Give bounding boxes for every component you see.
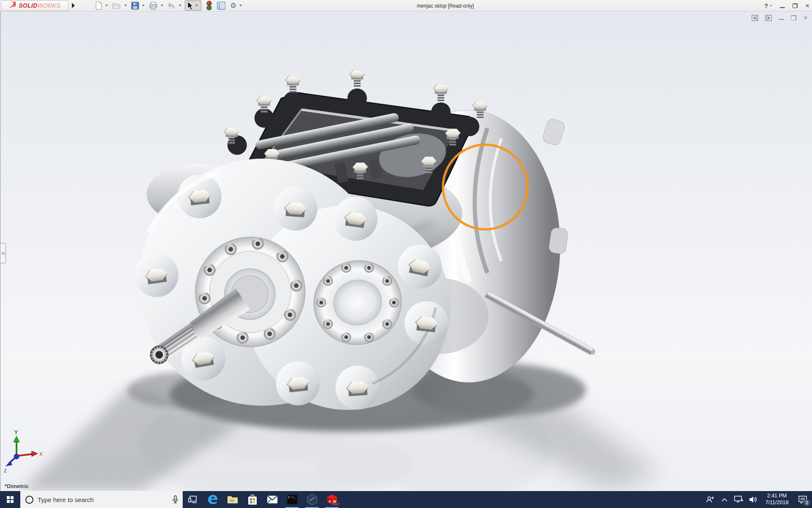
help-caret-icon bbox=[770, 5, 772, 6]
help-button[interactable]: ? bbox=[764, 2, 772, 9]
close-button[interactable]: × bbox=[805, 2, 809, 9]
start-button[interactable] bbox=[0, 491, 20, 508]
command-prompt-button[interactable]: C:\_ bbox=[282, 491, 302, 508]
doc-restore-button[interactable] bbox=[791, 15, 796, 20]
doc-close-button[interactable]: × bbox=[803, 14, 808, 22]
new-document-button[interactable] bbox=[94, 0, 103, 11]
task-view-icon bbox=[188, 495, 198, 504]
mail-icon bbox=[267, 495, 278, 504]
search-input[interactable] bbox=[38, 496, 168, 503]
rebuild-stoplight-button[interactable] bbox=[206, 0, 213, 11]
edge-icon bbox=[207, 494, 218, 505]
doc-minimize-button[interactable] bbox=[779, 19, 784, 20]
restore-button[interactable] bbox=[793, 3, 798, 8]
ds-logo-icon bbox=[9, 1, 17, 10]
window-controls: ? × bbox=[764, 0, 809, 11]
svg-text:X: X bbox=[39, 451, 43, 457]
open-button[interactable] bbox=[111, 0, 122, 11]
minimize-button[interactable] bbox=[780, 7, 785, 8]
pane-tab-dot-icon bbox=[2, 252, 5, 255]
edge-button[interactable] bbox=[203, 491, 222, 508]
open-caret-icon[interactable] bbox=[124, 5, 127, 6]
sw-year-label: 2017 bbox=[332, 502, 340, 506]
cad-hexagon-icon bbox=[307, 494, 318, 505]
chevron-up-icon bbox=[721, 498, 727, 502]
print-button[interactable] bbox=[148, 0, 159, 11]
store-icon bbox=[247, 494, 258, 505]
model-canvas[interactable]: Y X Z bbox=[0, 11, 812, 491]
options-caret-icon[interactable] bbox=[239, 5, 242, 6]
task-view-button[interactable] bbox=[183, 491, 203, 508]
brand-solid-text: SOLID bbox=[19, 2, 37, 9]
windows-taskbar: C:\_ S W 2017 bbox=[0, 491, 812, 508]
window-title: menjac sklop [Read-only] bbox=[417, 0, 474, 11]
command-prompt-icon: C:\_ bbox=[287, 495, 297, 504]
select-tool-button[interactable] bbox=[185, 0, 201, 11]
tray-date: 7/11/2018 bbox=[760, 500, 793, 506]
hidden-icons-button[interactable] bbox=[717, 491, 732, 508]
clock[interactable]: 2:41 PM 7/11/2018 bbox=[760, 493, 793, 506]
new-caret-icon[interactable] bbox=[105, 5, 108, 6]
file-explorer-icon bbox=[227, 495, 238, 504]
gear-icon: ⚙ bbox=[230, 2, 236, 9]
print-caret-icon[interactable] bbox=[161, 5, 163, 6]
feature-pane-tab[interactable] bbox=[0, 243, 6, 263]
save-button[interactable] bbox=[130, 0, 140, 11]
title-bar: SOLIDWORKS ⚙ menj bbox=[0, 0, 812, 11]
people-icon bbox=[706, 495, 714, 504]
microphone-icon[interactable] bbox=[172, 495, 178, 504]
undo-caret-icon[interactable] bbox=[179, 5, 181, 6]
cad-hexagon-button[interactable] bbox=[302, 491, 322, 508]
mail-button[interactable] bbox=[262, 491, 282, 508]
windows-logo-icon bbox=[7, 496, 14, 503]
save-caret-icon[interactable] bbox=[142, 5, 145, 6]
file-explorer-button[interactable] bbox=[222, 491, 242, 508]
tray-time: 2:41 PM bbox=[760, 493, 793, 500]
view-orientation-label: *Dimetric bbox=[5, 483, 29, 489]
notification-badge: 3 bbox=[804, 500, 810, 506]
system-tray: 2:41 PM 7/11/2018 3 bbox=[703, 491, 812, 508]
solidworks-2017-icon: S W 2017 bbox=[326, 494, 338, 505]
display-settings-button[interactable] bbox=[216, 0, 226, 11]
store-button[interactable] bbox=[242, 491, 262, 508]
svg-text:Z: Z bbox=[4, 468, 7, 473]
people-button[interactable] bbox=[703, 491, 717, 508]
solidworks-2017-button[interactable]: S W 2017 bbox=[322, 491, 342, 508]
toolbar-flyout-arrow-icon[interactable] bbox=[70, 2, 76, 10]
solidworks-logo[interactable]: SOLIDWORKS bbox=[1, 0, 69, 11]
taskbar-search[interactable] bbox=[20, 491, 183, 508]
help-icon: ? bbox=[764, 2, 768, 9]
solidworks-app: { "title_bar": { "brand": { "ds_glyph": … bbox=[0, 0, 812, 508]
split-pane-left-icon[interactable] bbox=[752, 15, 758, 21]
undo-button[interactable] bbox=[167, 0, 177, 11]
network-button[interactable] bbox=[732, 491, 746, 508]
volume-button[interactable] bbox=[746, 491, 760, 508]
split-pane-right-icon[interactable] bbox=[765, 15, 772, 21]
brand-works-text: WORKS bbox=[37, 2, 60, 9]
svg-text:S: S bbox=[329, 500, 331, 503]
document-window-controls: × bbox=[752, 14, 808, 22]
network-icon bbox=[734, 496, 743, 503]
options-gear-button[interactable]: ⚙ bbox=[229, 0, 237, 11]
action-center-button[interactable]: 3 bbox=[793, 491, 812, 508]
cortana-icon bbox=[25, 496, 33, 504]
orientation-triad: Y X Z bbox=[4, 430, 43, 473]
graphics-viewport[interactable]: × bbox=[0, 11, 812, 491]
main-toolbar: ⚙ bbox=[94, 0, 244, 11]
svg-text:Y: Y bbox=[14, 430, 18, 436]
select-caret-icon[interactable] bbox=[195, 5, 198, 6]
speaker-icon bbox=[749, 496, 757, 503]
